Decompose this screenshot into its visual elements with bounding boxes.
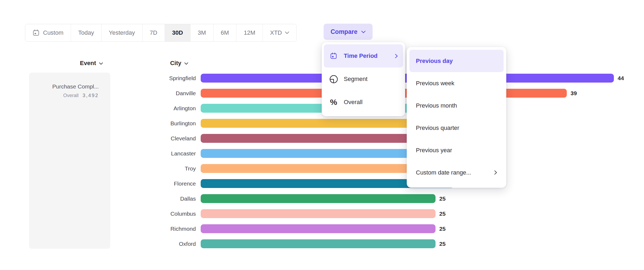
bar-row-columbus: Columbus25 [102, 209, 445, 218]
bar-value: 39 [571, 90, 577, 97]
event-name: Purchase Compl... [52, 83, 99, 90]
overall-label: Overall [63, 93, 79, 98]
bar-row-oxford: Oxford25 [102, 239, 445, 248]
bar-row-florence: Florence [102, 179, 454, 188]
bar-category-label: Oxford [102, 241, 196, 247]
percent-icon: % [329, 98, 338, 106]
event-column-header[interactable]: Event [49, 59, 103, 67]
submenu-item-previous-day[interactable]: Previous day [409, 50, 504, 72]
calendar-icon [33, 29, 40, 36]
range-button-12m[interactable]: 12M [236, 24, 263, 41]
range-button-yesterday[interactable]: Yesterday [102, 24, 143, 41]
range-label: 7D [150, 29, 157, 36]
bar-dallas[interactable] [201, 194, 436, 203]
bar-richmond[interactable] [201, 224, 436, 233]
bar-value: 25 [439, 196, 445, 202]
calendar-icon [329, 52, 338, 59]
range-label: Yesterday [109, 29, 135, 36]
menu-item-segment[interactable]: Segment [324, 68, 403, 91]
range-button-today[interactable]: Today [71, 24, 102, 41]
compare-label: Compare [331, 28, 358, 35]
event-card[interactable]: Purchase Compl... Overall 3,492 [29, 73, 110, 249]
submenu-item-label: Previous day [416, 58, 453, 65]
bar-category-label: Arlington [102, 105, 196, 112]
city-header-label: City [170, 60, 181, 67]
range-label: Custom [43, 29, 63, 36]
range-label: 30D [172, 29, 183, 36]
submenu-item-custom-date-range[interactable]: Custom date range... [409, 161, 504, 184]
event-header-label: Event [80, 60, 96, 67]
range-label: 6M [221, 29, 229, 36]
submenu-item-previous-month[interactable]: Previous month [409, 94, 504, 117]
menu-item-label: Time Period [344, 52, 378, 59]
submenu-item-label: Custom date range... [416, 169, 471, 176]
event-overall-row: Overall 3,492 [63, 93, 99, 98]
range-label: 3M [198, 29, 206, 36]
chevron-right-icon [395, 54, 398, 58]
bar-value: 25 [439, 211, 445, 217]
bar-value: 25 [439, 241, 445, 247]
range-label: Today [78, 29, 94, 36]
submenu-item-label: Previous quarter [416, 125, 459, 132]
range-button-xtd[interactable]: XTD [263, 24, 296, 41]
range-button-7d[interactable]: 7D [143, 24, 165, 41]
range-button-custom[interactable]: Custom [25, 24, 71, 41]
range-button-30d[interactable]: 30D [165, 24, 190, 41]
bar-category-label: Springfield [102, 75, 196, 81]
chevron-down-icon [361, 31, 366, 33]
segment-icon [329, 75, 338, 84]
bar-oxford[interactable] [201, 239, 436, 248]
bar-value: 25 [439, 226, 445, 232]
overall-value: 3,492 [83, 93, 99, 98]
submenu-item-label: Previous year [416, 147, 452, 154]
bar-category-label: Florence [102, 180, 196, 187]
bar-category-label: Burlington [102, 120, 196, 127]
bar-columbus[interactable] [201, 209, 436, 218]
menu-item-label: Segment [344, 76, 367, 83]
submenu-item-previous-year[interactable]: Previous year [409, 139, 504, 161]
bar-category-label: Dallas [102, 196, 196, 202]
bar-category-label: Cleveland [102, 135, 196, 142]
chevron-down-icon [285, 31, 289, 34]
range-label: XTD [270, 29, 282, 36]
bar-value: 44 [618, 75, 624, 81]
submenu-item-previous-quarter[interactable]: Previous quarter [409, 117, 504, 139]
submenu-item-label: Previous month [416, 102, 457, 109]
city-column-header[interactable]: City [135, 59, 188, 67]
bar-row-richmond: Richmond25 [102, 224, 445, 233]
chevron-down-icon [99, 62, 103, 65]
menu-item-time-period[interactable]: Time Period [324, 44, 403, 68]
submenu-item-previous-week[interactable]: Previous week [409, 72, 504, 94]
bar-category-label: Lancaster [102, 150, 196, 157]
menu-item-label: Overall [344, 99, 363, 106]
range-label: 12M [244, 29, 255, 36]
compare-menu: Time PeriodSegment%Overall [322, 42, 405, 116]
compare-button[interactable]: Compare [324, 24, 373, 40]
range-button-3m[interactable]: 3M [190, 24, 214, 41]
range-button-6m[interactable]: 6M [214, 24, 237, 41]
bar-row-dallas: Dallas25 [102, 194, 445, 203]
chevron-right-icon [494, 170, 497, 175]
bar-category-label: Richmond [102, 226, 196, 232]
menu-item-overall[interactable]: %Overall [324, 91, 403, 114]
bar-category-label: Danville [102, 90, 196, 97]
bar-category-label: Columbus [102, 211, 196, 217]
date-range-toolbar: CustomTodayYesterday7D30D3M6M12MXTD [25, 24, 297, 42]
bar-category-label: Troy [102, 165, 196, 172]
time-period-submenu: Previous dayPrevious weekPrevious monthP… [407, 47, 506, 188]
submenu-item-label: Previous week [416, 80, 454, 87]
chevron-down-icon [184, 62, 188, 65]
